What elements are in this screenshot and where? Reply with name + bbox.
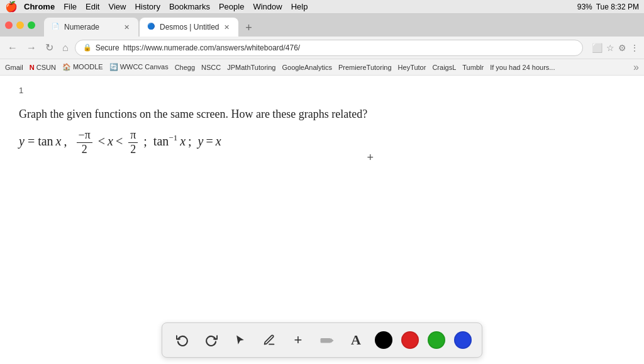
drawing-toolbar: + A	[162, 322, 482, 358]
bookmark-google-analytics[interactable]: GoogleAnalytics	[282, 64, 333, 71]
select-button[interactable]	[230, 330, 250, 350]
bookmark-chegg[interactable]: Chegg	[175, 64, 195, 71]
new-tab-button[interactable]: +	[240, 19, 257, 37]
bookmark-premiere[interactable]: PremiereTutoring	[338, 64, 392, 71]
color-blue[interactable]	[454, 331, 472, 349]
cast-icon[interactable]: ⬜	[592, 43, 602, 53]
apple-menu[interactable]: 🍎	[5, 1, 18, 13]
menu-history[interactable]: History	[135, 2, 160, 11]
extensions-icon[interactable]: ⚙	[618, 43, 626, 53]
back-button[interactable]: ←	[5, 40, 20, 56]
menu-edit[interactable]: Edit	[86, 2, 99, 11]
address-box[interactable]: 🔒 Secure https://www.numerade.com/answer…	[75, 40, 583, 56]
pencil-button[interactable]	[259, 330, 279, 350]
bookmark-csun[interactable]: N CSUN	[30, 64, 56, 71]
highlight-button[interactable]	[317, 330, 337, 350]
tab-desmos[interactable]: 🔵 Desmos | Untitled ✕	[140, 18, 238, 37]
bookmark-heytutor[interactable]: HeyTutor	[398, 64, 426, 71]
menu-chrome[interactable]: Chrome	[24, 2, 55, 11]
fraction-pi-2: π 2	[128, 128, 138, 156]
bookmark-gmail[interactable]: Gmail	[5, 64, 23, 71]
main-content: 1 Graph the given functions on the same …	[0, 76, 644, 320]
window-controls	[5, 14, 35, 37]
secure-label: Secure	[96, 43, 119, 52]
redo-button[interactable]	[201, 330, 221, 350]
tab-desmos-close[interactable]: ✕	[223, 22, 231, 33]
url-display: https://www.numerade.com/answers/whitebo…	[123, 43, 300, 52]
menu-window[interactable]: Window	[253, 2, 282, 11]
bookmark-moodle[interactable]: 🏠 MOODLE	[62, 63, 103, 71]
desmos-favicon: 🔵	[147, 23, 156, 31]
battery-status: 93%	[577, 3, 592, 11]
add-button[interactable]: +	[288, 330, 308, 350]
bookmark-craigslist[interactable]: CraigsL	[432, 64, 456, 71]
color-red[interactable]	[401, 331, 419, 349]
menu-dots-icon[interactable]: ⋮	[630, 43, 639, 53]
math-expression: y = tan x , −π 2 < x < π 2 ; tan−1 x ; y…	[19, 128, 625, 157]
bookmark-tumblr[interactable]: Tumblr	[462, 64, 484, 71]
bookmarks-more[interactable]: »	[633, 62, 639, 73]
menu-help[interactable]: Help	[291, 2, 308, 11]
bookmark-24hours[interactable]: If you had 24 hours...	[490, 64, 555, 71]
tab-desmos-title: Desmos | Untitled	[160, 23, 219, 31]
close-window-button[interactable]	[5, 21, 13, 29]
tab-numerade-close[interactable]: ✕	[123, 22, 131, 33]
text-button[interactable]: A	[346, 330, 366, 350]
menu-bookmarks[interactable]: Bookmarks	[169, 2, 210, 11]
maximize-window-button[interactable]	[28, 21, 35, 29]
menu-file[interactable]: File	[64, 2, 77, 11]
minimize-window-button[interactable]	[16, 21, 24, 29]
fraction-neg-pi-2: −π 2	[77, 128, 92, 156]
menubar: 🍎 Chrome File Edit View History Bookmark…	[0, 0, 644, 14]
canvas-cursor: +	[367, 151, 374, 164]
menu-view[interactable]: View	[108, 2, 126, 11]
tabbar: 📄 Numerade ✕ 🔵 Desmos | Untitled ✕ +	[0, 14, 644, 37]
lock-icon: 🔒	[83, 43, 92, 52]
svg-rect-0	[321, 338, 331, 343]
bookmark-star-icon[interactable]: ☆	[606, 43, 614, 53]
page-number: 1	[19, 86, 625, 95]
tab-numerade-title: Numerade	[64, 23, 119, 31]
bookmark-jpmath[interactable]: JPMathTutoring	[227, 64, 275, 71]
color-black[interactable]	[375, 331, 392, 349]
forward-button[interactable]: →	[24, 40, 39, 56]
question-text: Graph the given functions on the same sc…	[19, 108, 625, 121]
addressbar: ← → ↻ ⌂ 🔒 Secure https://www.numerade.co…	[0, 37, 644, 59]
color-green[interactable]	[428, 331, 445, 349]
bookmark-nscc[interactable]: NSCC	[201, 64, 221, 71]
clock: Tue 8:32 PM	[596, 3, 639, 11]
numerade-favicon: 📄	[52, 23, 60, 31]
home-button[interactable]: ⌂	[60, 40, 71, 56]
refresh-button[interactable]: ↻	[43, 39, 56, 56]
bookmark-wwcc[interactable]: 🔄 WWCC Canvas	[109, 63, 169, 71]
svg-marker-1	[331, 338, 334, 343]
menu-people[interactable]: People	[219, 2, 244, 11]
tab-numerade[interactable]: 📄 Numerade ✕	[44, 18, 138, 37]
undo-button[interactable]	[172, 330, 192, 350]
address-right-icons: ⬜ ☆ ⚙ ⋮	[592, 43, 639, 53]
bookmarks-bar: Gmail N CSUN 🏠 MOODLE 🔄 WWCC Canvas Cheg…	[0, 59, 644, 76]
